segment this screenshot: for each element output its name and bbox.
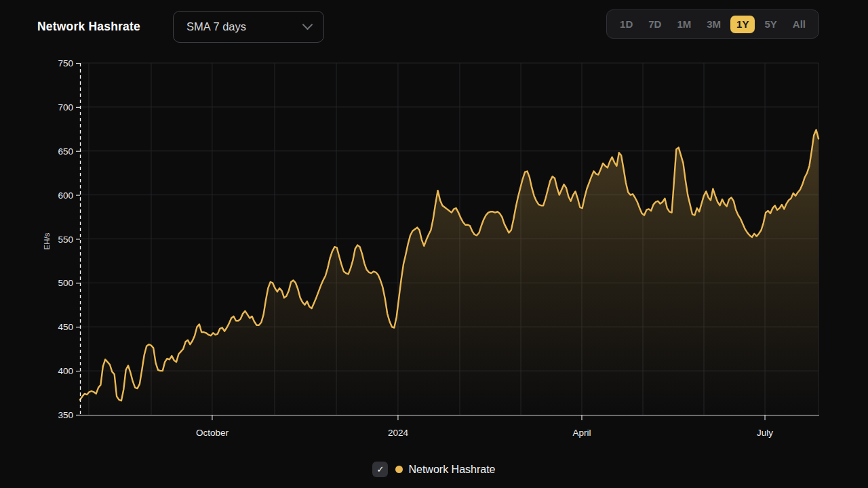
y-tick-label: 450 [58, 322, 73, 332]
checkmark-icon: ✓ [377, 465, 384, 474]
y-tick-label: 600 [58, 190, 73, 201]
legend-series-label: Network Hashrate [408, 464, 495, 476]
y-tick-label: 700 [58, 102, 73, 113]
y-tick-label: 500 [58, 278, 73, 288]
legend-series-dot-icon [395, 466, 403, 473]
y-tick-label: 350 [58, 410, 73, 420]
legend-checkbox[interactable]: ✓ [372, 462, 388, 477]
y-axis-unit-label: EH/s [43, 232, 51, 249]
hashrate-chart: 350400450500550600650700750October2024Ap… [0, 0, 868, 447]
y-tick-label: 400 [58, 366, 73, 376]
y-tick-label: 750 [58, 58, 73, 68]
y-tick-label: 650 [58, 146, 73, 157]
legend-item-network-hashrate[interactable]: Network Hashrate [395, 464, 495, 476]
plot-area[interactable] [80, 63, 818, 415]
x-tick-label: April [572, 428, 591, 438]
y-tick-label: 550 [58, 235, 73, 245]
x-tick-label: 2024 [388, 428, 409, 438]
legend: ✓ Network Hashrate [0, 462, 868, 477]
x-tick-label: July [757, 428, 773, 438]
x-tick-label: October [196, 428, 229, 438]
